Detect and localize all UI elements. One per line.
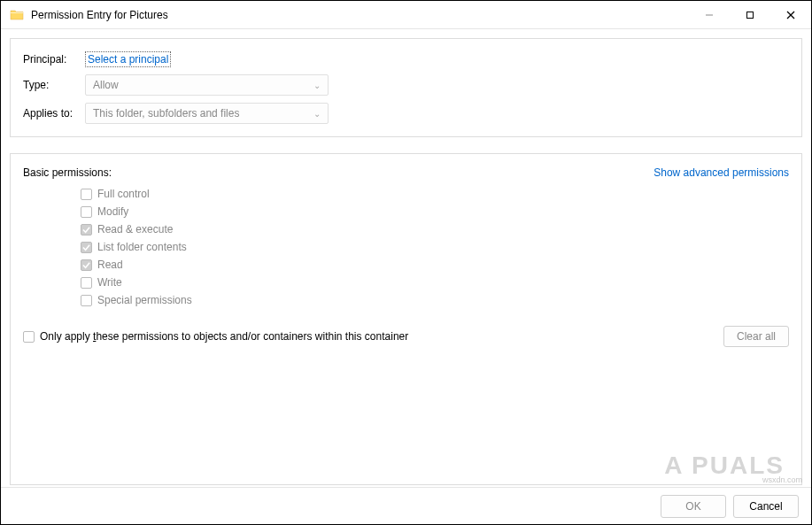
permission-checkbox[interactable]: [81, 277, 92, 289]
permission-item: List folder contents: [81, 241, 789, 253]
applies-row: Applies to: This folder, subfolders and …: [23, 103, 789, 124]
permission-checkbox[interactable]: [81, 224, 92, 235]
window-controls: [689, 1, 811, 28]
principal-panel: Principal: Select a principal Type: Allo…: [10, 38, 802, 137]
minimize-button[interactable]: [689, 1, 730, 28]
permission-label: Read & execute: [97, 223, 173, 235]
permission-item: Full control: [81, 188, 789, 200]
permission-item: Write: [81, 276, 789, 289]
permission-label: Modify: [97, 205, 128, 218]
only-apply-label: Only apply these permissions to objects …: [40, 330, 408, 343]
permission-label: Read: [97, 259, 123, 271]
permission-checkbox[interactable]: [81, 206, 92, 218]
permissions-list: Full controlModifyRead & executeList fol…: [81, 188, 789, 306]
type-value: Allow: [93, 79, 119, 91]
permission-item: Read: [81, 259, 789, 271]
permission-checkbox[interactable]: [81, 259, 92, 271]
permission-item: Modify: [81, 205, 789, 218]
applies-select[interactable]: This folder, subfolders and files ⌄: [85, 103, 329, 124]
only-apply-checkbox[interactable]: [23, 331, 35, 343]
maximize-button[interactable]: [730, 1, 770, 28]
ok-button[interactable]: OK: [661, 495, 726, 518]
permission-label: Full control: [97, 188, 150, 200]
permission-item: Read & execute: [81, 223, 789, 235]
cancel-button[interactable]: Cancel: [733, 495, 799, 518]
type-row: Type: Allow ⌄: [23, 74, 789, 96]
show-advanced-link[interactable]: Show advanced permissions: [653, 166, 789, 179]
clear-all-button[interactable]: Clear all: [723, 326, 789, 347]
applies-value: This folder, subfolders and files: [93, 107, 239, 120]
window-title: Permission Entry for Pictures: [31, 9, 689, 21]
close-button[interactable]: [770, 1, 811, 28]
principal-row: Principal: Select a principal: [23, 51, 789, 67]
dialog-footer: OK Cancel: [1, 487, 811, 524]
permission-item: Special permissions: [81, 294, 789, 306]
chevron-down-icon: ⌄: [313, 81, 321, 90]
applies-label: Applies to:: [23, 107, 85, 120]
chevron-down-icon: ⌄: [313, 109, 321, 119]
select-principal-link[interactable]: Select a principal: [85, 51, 171, 67]
permission-label: Special permissions: [97, 294, 192, 306]
permission-checkbox[interactable]: [81, 295, 92, 306]
permissions-panel: Basic permissions: Show advanced permiss…: [10, 153, 802, 485]
folder-icon: [10, 8, 24, 22]
type-label: Type:: [23, 79, 85, 91]
basic-permissions-title: Basic permissions:: [23, 166, 112, 179]
permission-label: Write: [97, 276, 122, 289]
principal-label: Principal:: [23, 53, 85, 66]
permission-checkbox[interactable]: [81, 189, 92, 200]
type-select[interactable]: Allow ⌄: [85, 74, 329, 96]
permission-label: List folder contents: [97, 241, 187, 253]
svg-rect-1: [747, 12, 754, 18]
titlebar: Permission Entry for Pictures: [1, 1, 811, 29]
permission-checkbox[interactable]: [81, 242, 92, 253]
